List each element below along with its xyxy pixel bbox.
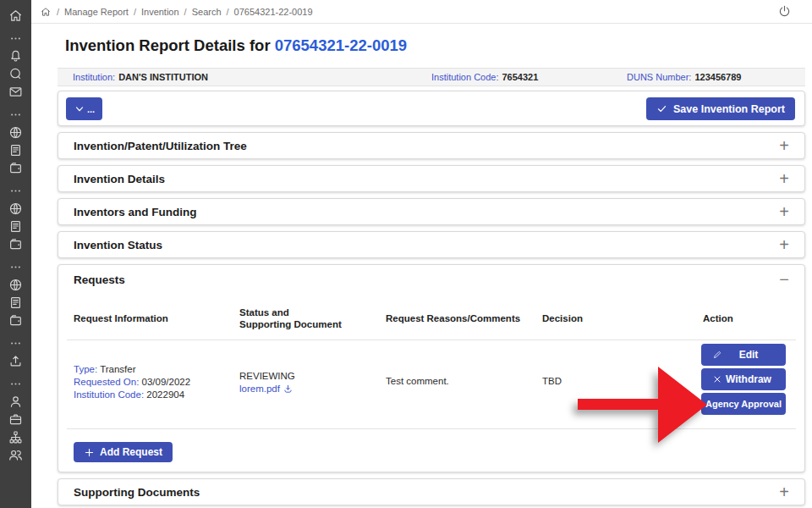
section-invention-details[interactable]: Invention Details + [58, 165, 805, 192]
expand-plus-icon[interactable]: + [779, 236, 789, 253]
top-bar: / Manage Report / Invention / Search / 0… [31, 0, 812, 24]
agency-approval-button[interactable]: Agency Approval [701, 393, 786, 415]
col-request-reasons-comments: Request Reasons/Comments [386, 312, 520, 324]
expand-plus-icon[interactable]: + [779, 137, 789, 154]
col-request-information: Request Information [74, 312, 168, 324]
people-icon[interactable] [8, 447, 24, 463]
invention-report-page: / Manage Report / Invention / Search / 0… [0, 0, 812, 508]
briefcase-icon[interactable] [8, 411, 24, 428]
more-actions-label: ... [87, 104, 95, 114]
chat-icon[interactable] [8, 66, 24, 82]
breadcrumb-separator: / [184, 7, 187, 17]
section-requests: Requests − Request Information Status an… [58, 264, 805, 472]
duns-number-field: DUNS Number:123456789 [627, 72, 741, 82]
breadcrumb-manage-report[interactable]: Manage Report [64, 7, 129, 17]
breadcrumb-report-id: 07654321-22-0019 [234, 7, 313, 17]
breadcrumb-invention[interactable]: Invention [141, 7, 179, 17]
download-icon[interactable] [283, 384, 294, 395]
person-icon[interactable] [8, 394, 24, 410]
mail-icon[interactable] [8, 84, 24, 100]
power-icon[interactable] [777, 4, 792, 19]
request-information-cell: Type: Transfer Requested On: 03/09/2022 … [74, 363, 190, 401]
institution-bar: Institution:DAN'S INSTITUTION Institutio… [58, 68, 805, 86]
globe-icon[interactable] [8, 201, 24, 217]
request-status: REVIEWING [239, 370, 295, 383]
plus-icon [84, 447, 95, 458]
bell-icon[interactable] [8, 48, 24, 64]
home-icon[interactable] [8, 8, 24, 24]
wallet-icon[interactable] [8, 236, 24, 252]
expand-plus-icon[interactable]: + [779, 203, 789, 220]
breadcrumb-separator: / [57, 7, 59, 17]
collapse-minus-icon[interactable]: − [779, 271, 789, 288]
breadcrumb: / Manage Report / Invention / Search / 0… [40, 6, 313, 18]
col-decision: Decision [542, 312, 583, 324]
ellipsis-separator-icon [8, 259, 24, 275]
toolbar-panel: ... Save Invention Report [58, 91, 805, 126]
section-title: Inventors and Funding [74, 206, 197, 218]
edit-request-button[interactable]: Edit [701, 344, 786, 366]
ellipsis-separator-icon [8, 30, 24, 47]
wallet-icon[interactable] [8, 312, 24, 329]
expand-plus-icon[interactable]: + [779, 170, 789, 187]
chevron-down-icon [74, 103, 85, 115]
section-title: Requests [74, 273, 125, 286]
report-id: 07654321-22-0019 [275, 36, 407, 54]
request-comment-cell: Test comment. [386, 375, 449, 388]
globe-icon[interactable] [8, 124, 24, 141]
ellipsis-separator-icon [8, 183, 24, 199]
page-title-text: Invention Report Details for [65, 36, 275, 54]
breadcrumb-search[interactable]: Search [192, 7, 222, 17]
wallet-icon[interactable] [8, 160, 24, 176]
upload-icon[interactable] [8, 353, 24, 369]
journal-icon[interactable] [8, 295, 24, 311]
add-request-button[interactable]: Add Request [74, 442, 173, 462]
decision-cell: TBD [542, 375, 562, 388]
more-actions-dropdown[interactable]: ... [66, 97, 102, 120]
breadcrumb-separator: / [134, 7, 136, 17]
col-status-supporting-document: Status and Supporting Document [239, 306, 343, 330]
save-button-label: Save Invention Report [673, 103, 785, 115]
document-link[interactable]: lorem.pdf [239, 383, 294, 395]
ellipsis-separator-icon [8, 376, 24, 392]
pencil-icon [712, 350, 722, 360]
section-supporting-documents[interactable]: Supporting Documents + [58, 478, 805, 505]
section-title: Invention Details [74, 173, 165, 185]
x-icon [712, 374, 722, 384]
section-title: Supporting Documents [74, 486, 200, 499]
journal-icon[interactable] [8, 218, 24, 235]
withdraw-request-button[interactable]: Withdraw [701, 368, 786, 390]
institution-code-field: Institution Code:7654321 [431, 72, 538, 82]
breadcrumb-separator: / [227, 7, 229, 17]
home-icon[interactable] [40, 6, 52, 18]
section-title: Invention/Patent/Utilization Tree [74, 140, 247, 152]
section-invention-patent-utilization-tree[interactable]: Invention/Patent/Utilization Tree + [58, 132, 805, 159]
org-chart-icon[interactable] [8, 429, 24, 445]
section-title: Invention Status [74, 239, 162, 251]
expand-plus-icon[interactable]: + [779, 483, 789, 500]
journal-icon[interactable] [8, 142, 24, 158]
table-divider [67, 340, 796, 340]
section-invention-status[interactable]: Invention Status + [58, 231, 805, 258]
page-title: Invention Report Details for 07654321-22… [65, 36, 407, 55]
save-invention-report-button[interactable]: Save Invention Report [646, 97, 795, 120]
sidebar [0, 0, 31, 508]
requests-header[interactable]: Requests − [58, 265, 804, 294]
ellipsis-separator-icon [8, 107, 24, 123]
check-icon [656, 103, 667, 114]
status-document-cell: REVIEWING lorem.pdf [239, 370, 295, 395]
institution-field: Institution:DAN'S INSTITUTION [73, 72, 208, 82]
action-buttons: Edit Withdraw Agency Approval [701, 344, 786, 415]
requests-table-header: Request Information Status and Supportin… [58, 304, 804, 333]
col-action: Action [703, 312, 733, 324]
globe-icon[interactable] [8, 277, 24, 293]
table-divider [67, 428, 796, 429]
section-inventors-and-funding[interactable]: Inventors and Funding + [58, 198, 805, 225]
ellipsis-separator-icon [8, 335, 24, 351]
